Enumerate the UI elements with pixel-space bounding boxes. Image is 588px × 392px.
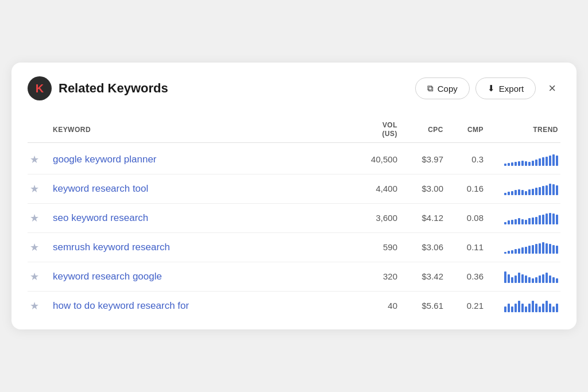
cmp-value: 0.16 [443,184,483,193]
col-cpc-header: CPC [397,126,443,134]
keyword-link[interactable]: seo keyword research [53,212,334,224]
cpc-value: $3.06 [397,242,443,252]
trend-bar [483,270,558,283]
trend-bar [483,300,558,312]
vol-value: 590 [334,242,397,252]
keyword-link[interactable]: semrush keyword research [53,242,334,253]
table-row: ★semrush keyword research590$3.060.11 [28,233,560,262]
col-cmp-header: CMP [443,126,483,134]
header-left: K Related Keywords [28,76,168,100]
keyword-link[interactable]: keyword research google [53,271,334,282]
cpc-value: $4.12 [397,213,443,223]
star-icon[interactable]: ★ [30,241,53,254]
keyword-link[interactable]: keyword research tool [53,183,334,195]
keywords-table: KEYWORD VOL(US) CPC CMP TREND ★google ke… [28,117,560,320]
table-row: ★keyword research google320$3.420.36 [28,262,560,292]
vol-value: 40 [334,301,397,311]
cmp-value: 0.21 [443,301,483,311]
table-row: ★keyword research tool4,400$3.000.16 [28,174,560,204]
export-icon: ⬇ [488,83,495,94]
table-row: ★google keyword planner40,500$3.970.3 [28,145,560,174]
col-keyword-header: KEYWORD [53,126,334,134]
cmp-value: 0.3 [443,154,483,164]
keyword-link[interactable]: how to do keyword research for [53,300,334,312]
trend-bar [483,183,558,195]
trend-bar [483,241,558,254]
table-body: ★google keyword planner40,500$3.970.3★ke… [28,145,560,320]
trend-bar [483,212,558,224]
star-icon[interactable]: ★ [30,300,53,312]
cpc-value: $3.42 [397,271,443,281]
cmp-value: 0.36 [443,271,483,281]
vol-value: 40,500 [334,154,397,164]
card-header: K Related Keywords ⧉ Copy ⬇ Export × [28,76,560,100]
table-row: ★how to do keyword research for40$5.610.… [28,292,560,320]
col-vol-header: VOL(US) [334,121,397,138]
cpc-value: $5.61 [397,301,443,311]
related-keywords-card: K Related Keywords ⧉ Copy ⬇ Export × KEY… [11,63,577,329]
col-trend-header: TREND [483,126,558,134]
star-icon[interactable]: ★ [30,270,53,283]
vol-value: 3,600 [334,213,397,223]
cmp-value: 0.11 [443,242,483,252]
cmp-value: 0.08 [443,213,483,223]
vol-value: 4,400 [334,184,397,193]
cpc-value: $3.97 [397,154,443,164]
page-title: Related Keywords [59,81,168,96]
star-icon[interactable]: ★ [30,183,53,195]
vol-value: 320 [334,271,397,281]
star-icon[interactable]: ★ [30,212,53,224]
copy-icon: ⧉ [427,83,434,94]
table-header: KEYWORD VOL(US) CPC CMP TREND [28,117,560,143]
export-button[interactable]: ⬇ Export [475,77,536,99]
trend-bar [483,153,558,166]
copy-button[interactable]: ⧉ Copy [415,77,470,99]
star-icon[interactable]: ★ [30,153,53,166]
header-buttons: ⧉ Copy ⬇ Export × [415,77,560,99]
table-row: ★seo keyword research3,600$4.120.08 [28,204,560,233]
keyword-link[interactable]: google keyword planner [53,154,334,165]
cpc-value: $3.00 [397,184,443,193]
close-button[interactable]: × [544,79,560,98]
logo-icon: K [28,76,52,100]
